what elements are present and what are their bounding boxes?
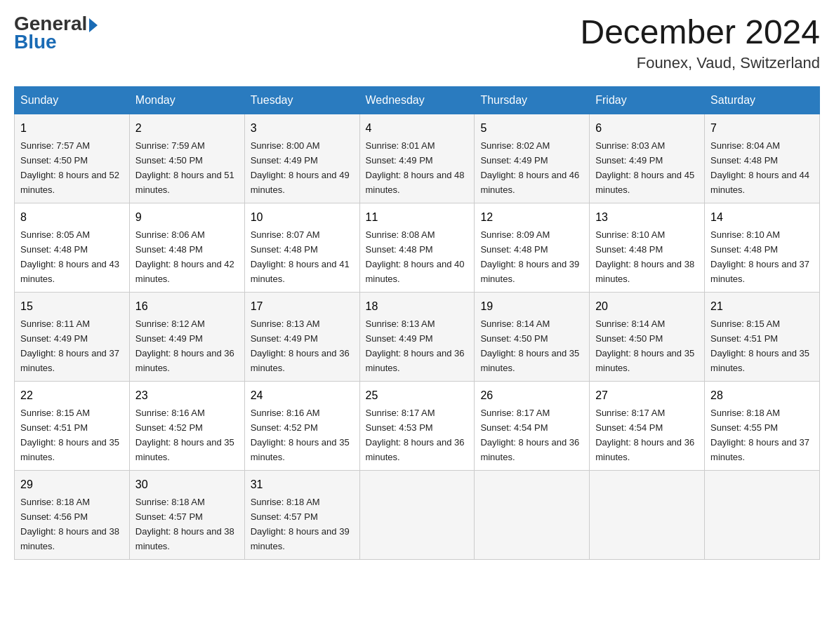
day-number: 11: [366, 209, 469, 226]
day-number: 16: [135, 298, 239, 315]
day-info: Sunrise: 8:17 AMSunset: 4:54 PMDaylight:…: [595, 408, 694, 462]
day-number: 9: [135, 209, 239, 226]
calendar-day-cell: 17Sunrise: 8:13 AMSunset: 4:49 PMDayligh…: [244, 292, 359, 381]
calendar-day-cell: 24Sunrise: 8:16 AMSunset: 4:52 PMDayligh…: [244, 381, 359, 470]
day-number: 15: [20, 298, 124, 315]
calendar-day-cell: 25Sunrise: 8:17 AMSunset: 4:53 PMDayligh…: [359, 381, 475, 470]
day-info: Sunrise: 8:15 AMSunset: 4:51 PMDaylight:…: [20, 408, 119, 462]
day-info: Sunrise: 8:06 AMSunset: 4:48 PMDaylight:…: [135, 229, 234, 284]
day-info: Sunrise: 8:02 AMSunset: 4:49 PMDaylight:…: [480, 140, 579, 195]
day-info: Sunrise: 8:15 AMSunset: 4:51 PMDaylight:…: [710, 318, 809, 373]
day-info: Sunrise: 8:10 AMSunset: 4:48 PMDaylight:…: [595, 229, 694, 284]
day-number: 20: [595, 298, 699, 315]
calendar-day-cell: 9Sunrise: 8:06 AMSunset: 4:48 PMDaylight…: [129, 203, 244, 292]
day-number: 22: [20, 387, 124, 404]
day-number: 12: [480, 209, 583, 226]
day-info: Sunrise: 8:18 AMSunset: 4:55 PMDaylight:…: [710, 408, 809, 462]
column-header-saturday: Saturday: [705, 86, 820, 114]
calendar-day-cell: 1Sunrise: 7:57 AMSunset: 4:50 PMDaylight…: [15, 114, 130, 203]
day-number: 2: [135, 120, 239, 137]
calendar-day-cell: 11Sunrise: 8:08 AMSunset: 4:48 PMDayligh…: [359, 203, 475, 292]
day-info: Sunrise: 8:10 AMSunset: 4:48 PMDaylight:…: [710, 229, 809, 284]
day-number: 1: [20, 120, 124, 137]
day-info: Sunrise: 8:01 AMSunset: 4:49 PMDaylight:…: [366, 140, 465, 195]
day-number: 4: [366, 120, 469, 137]
calendar-day-cell: 14Sunrise: 8:10 AMSunset: 4:48 PMDayligh…: [705, 203, 820, 292]
day-number: 18: [366, 298, 469, 315]
calendar-day-cell: 30Sunrise: 8:18 AMSunset: 4:57 PMDayligh…: [129, 470, 244, 559]
calendar-day-cell: 20Sunrise: 8:14 AMSunset: 4:50 PMDayligh…: [590, 292, 705, 381]
calendar-day-cell: 21Sunrise: 8:15 AMSunset: 4:51 PMDayligh…: [705, 292, 820, 381]
day-info: Sunrise: 7:59 AMSunset: 4:50 PMDaylight:…: [135, 140, 234, 195]
day-number: 23: [135, 387, 239, 404]
calendar-day-cell: 27Sunrise: 8:17 AMSunset: 4:54 PMDayligh…: [590, 381, 705, 470]
logo-blue-text: Blue: [14, 31, 98, 53]
day-info: Sunrise: 8:00 AMSunset: 4:49 PMDaylight:…: [251, 140, 350, 195]
day-number: 29: [20, 476, 124, 493]
day-info: Sunrise: 8:16 AMSunset: 4:52 PMDaylight:…: [135, 408, 234, 462]
day-info: Sunrise: 8:18 AMSunset: 4:57 PMDaylight:…: [251, 497, 350, 551]
day-info: Sunrise: 8:03 AMSunset: 4:49 PMDaylight:…: [595, 140, 694, 195]
calendar-header-row: SundayMondayTuesdayWednesdayThursdayFrid…: [15, 86, 820, 114]
calendar-day-cell: [590, 470, 705, 559]
calendar-day-cell: [359, 470, 475, 559]
column-header-monday: Monday: [129, 86, 244, 114]
title-section: December 2024 Founex, Vaud, Switzerland: [580, 14, 820, 72]
day-info: Sunrise: 8:17 AMSunset: 4:53 PMDaylight:…: [366, 408, 465, 462]
day-info: Sunrise: 8:14 AMSunset: 4:50 PMDaylight:…: [480, 318, 579, 373]
day-info: Sunrise: 8:08 AMSunset: 4:48 PMDaylight:…: [366, 229, 465, 284]
calendar-day-cell: 19Sunrise: 8:14 AMSunset: 4:50 PMDayligh…: [475, 292, 590, 381]
calendar-day-cell: 10Sunrise: 8:07 AMSunset: 4:48 PMDayligh…: [244, 203, 359, 292]
calendar-week-row: 15Sunrise: 8:11 AMSunset: 4:49 PMDayligh…: [15, 292, 820, 381]
calendar-table: SundayMondayTuesdayWednesdayThursdayFrid…: [14, 86, 820, 560]
day-info: Sunrise: 8:07 AMSunset: 4:48 PMDaylight:…: [251, 229, 350, 284]
calendar-day-cell: 4Sunrise: 8:01 AMSunset: 4:49 PMDaylight…: [359, 114, 475, 203]
day-info: Sunrise: 8:17 AMSunset: 4:54 PMDaylight:…: [480, 408, 579, 462]
calendar-day-cell: 5Sunrise: 8:02 AMSunset: 4:49 PMDaylight…: [475, 114, 590, 203]
day-number: 6: [595, 120, 699, 137]
calendar-day-cell: 2Sunrise: 7:59 AMSunset: 4:50 PMDaylight…: [129, 114, 244, 203]
calendar-week-row: 8Sunrise: 8:05 AMSunset: 4:48 PMDaylight…: [15, 203, 820, 292]
calendar-day-cell: 3Sunrise: 8:00 AMSunset: 4:49 PMDaylight…: [244, 114, 359, 203]
day-number: 21: [710, 298, 814, 315]
day-info: Sunrise: 8:11 AMSunset: 4:49 PMDaylight:…: [20, 318, 119, 373]
month-title: December 2024: [580, 14, 820, 51]
day-number: 10: [251, 209, 354, 226]
day-number: 30: [135, 476, 239, 493]
calendar-day-cell: 22Sunrise: 8:15 AMSunset: 4:51 PMDayligh…: [15, 381, 130, 470]
location: Founex, Vaud, Switzerland: [580, 54, 820, 72]
day-info: Sunrise: 7:57 AMSunset: 4:50 PMDaylight:…: [20, 140, 119, 195]
day-number: 28: [710, 387, 814, 404]
day-number: 13: [595, 209, 699, 226]
calendar-day-cell: 23Sunrise: 8:16 AMSunset: 4:52 PMDayligh…: [129, 381, 244, 470]
column-header-tuesday: Tuesday: [244, 86, 359, 114]
logo: General Blue: [14, 14, 98, 53]
column-header-wednesday: Wednesday: [359, 86, 475, 114]
column-header-sunday: Sunday: [15, 86, 130, 114]
day-info: Sunrise: 8:04 AMSunset: 4:48 PMDaylight:…: [710, 140, 809, 195]
day-number: 25: [366, 387, 469, 404]
day-info: Sunrise: 8:14 AMSunset: 4:50 PMDaylight:…: [595, 318, 694, 373]
day-number: 27: [595, 387, 699, 404]
day-number: 8: [20, 209, 124, 226]
day-number: 17: [251, 298, 354, 315]
calendar-week-row: 1Sunrise: 7:57 AMSunset: 4:50 PMDaylight…: [15, 114, 820, 203]
calendar-day-cell: 16Sunrise: 8:12 AMSunset: 4:49 PMDayligh…: [129, 292, 244, 381]
calendar-day-cell: 13Sunrise: 8:10 AMSunset: 4:48 PMDayligh…: [590, 203, 705, 292]
day-number: 24: [251, 387, 354, 404]
day-number: 26: [480, 387, 583, 404]
day-info: Sunrise: 8:16 AMSunset: 4:52 PMDaylight:…: [251, 408, 350, 462]
calendar-week-row: 29Sunrise: 8:18 AMSunset: 4:56 PMDayligh…: [15, 470, 820, 559]
calendar-day-cell: [705, 470, 820, 559]
day-number: 5: [480, 120, 583, 137]
day-info: Sunrise: 8:18 AMSunset: 4:56 PMDaylight:…: [20, 497, 119, 551]
day-number: 14: [710, 209, 814, 226]
day-number: 31: [251, 476, 354, 493]
calendar-day-cell: 26Sunrise: 8:17 AMSunset: 4:54 PMDayligh…: [475, 381, 590, 470]
day-info: Sunrise: 8:18 AMSunset: 4:57 PMDaylight:…: [135, 497, 234, 551]
calendar-day-cell: 12Sunrise: 8:09 AMSunset: 4:48 PMDayligh…: [475, 203, 590, 292]
calendar-day-cell: 15Sunrise: 8:11 AMSunset: 4:49 PMDayligh…: [15, 292, 130, 381]
day-number: 19: [480, 298, 583, 315]
day-info: Sunrise: 8:09 AMSunset: 4:48 PMDaylight:…: [480, 229, 579, 284]
day-info: Sunrise: 8:12 AMSunset: 4:49 PMDaylight:…: [135, 318, 234, 373]
